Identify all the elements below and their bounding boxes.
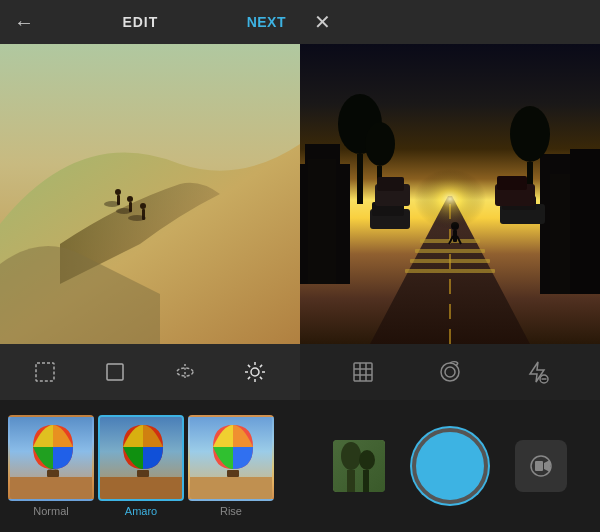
svg-rect-75 <box>347 470 355 492</box>
right-header: ✕ <box>300 0 600 44</box>
filter-rise-label: Rise <box>220 505 242 517</box>
svg-line-18 <box>248 365 250 367</box>
svg-point-45 <box>510 106 550 162</box>
close-button[interactable]: ✕ <box>314 10 331 34</box>
svg-rect-32 <box>190 477 274 501</box>
filter-amaro-label: Amaro <box>125 505 157 517</box>
video-button[interactable] <box>515 440 567 492</box>
next-button[interactable]: NEXT <box>247 14 286 30</box>
capture-button[interactable] <box>412 428 488 504</box>
filter-normal-label: Normal <box>33 505 68 517</box>
svg-line-21 <box>248 377 250 379</box>
filter-normal[interactable]: Normal <box>8 415 94 517</box>
flip-camera-icon[interactable] <box>428 350 472 394</box>
svg-rect-77 <box>363 470 369 492</box>
dune-svg <box>0 44 300 344</box>
svg-point-43 <box>365 122 395 166</box>
frame-icon[interactable] <box>93 350 137 394</box>
left-header: ← EDIT NEXT <box>0 0 300 44</box>
svg-rect-11 <box>107 364 123 380</box>
svg-point-8 <box>116 208 132 214</box>
brightness-icon[interactable] <box>233 350 277 394</box>
right-photo <box>300 44 600 344</box>
svg-rect-37 <box>308 159 336 284</box>
flash-off-icon[interactable] <box>515 350 559 394</box>
svg-rect-33 <box>227 470 239 477</box>
svg-point-70 <box>445 367 455 377</box>
svg-rect-30 <box>137 470 149 477</box>
svg-point-5 <box>140 203 146 209</box>
filter-rise[interactable]: Rise <box>188 415 274 517</box>
svg-rect-29 <box>100 477 184 501</box>
filters-bar: Normal <box>0 400 300 532</box>
edit-title: EDIT <box>122 14 158 30</box>
svg-rect-10 <box>36 363 54 381</box>
svg-rect-42 <box>357 154 363 204</box>
filter-rise-thumb <box>188 415 274 501</box>
right-toolbar <box>300 344 600 400</box>
svg-point-76 <box>359 450 375 470</box>
svg-rect-25 <box>47 470 59 477</box>
svg-point-7 <box>104 201 120 207</box>
svg-rect-48 <box>415 249 485 253</box>
svg-rect-79 <box>535 461 543 471</box>
street-svg <box>300 44 600 344</box>
svg-rect-50 <box>405 269 495 273</box>
filter-amaro[interactable]: Amaro <box>98 415 184 517</box>
filter-amaro-thumb <box>98 415 184 501</box>
svg-line-19 <box>260 377 262 379</box>
left-photo <box>0 44 300 344</box>
svg-rect-49 <box>410 259 490 263</box>
tilt-icon[interactable] <box>163 350 207 394</box>
svg-rect-40 <box>570 149 600 294</box>
back-button[interactable]: ← <box>14 11 34 34</box>
svg-point-74 <box>341 442 361 470</box>
filter-normal-thumb <box>8 415 94 501</box>
gallery-thumbnail[interactable] <box>333 440 385 492</box>
left-toolbar <box>0 344 300 400</box>
svg-point-1 <box>115 189 121 195</box>
right-panel: ✕ <box>300 0 600 532</box>
svg-point-63 <box>390 147 510 247</box>
svg-point-3 <box>127 196 133 202</box>
svg-point-13 <box>251 368 259 376</box>
svg-point-9 <box>128 215 146 221</box>
left-panel: ← EDIT NEXT <box>0 0 300 532</box>
camera-bar <box>300 400 600 532</box>
grid-icon[interactable] <box>341 350 385 394</box>
crop-icon[interactable] <box>23 350 67 394</box>
svg-rect-64 <box>354 363 372 381</box>
svg-rect-23 <box>10 477 94 501</box>
svg-line-20 <box>260 365 262 367</box>
